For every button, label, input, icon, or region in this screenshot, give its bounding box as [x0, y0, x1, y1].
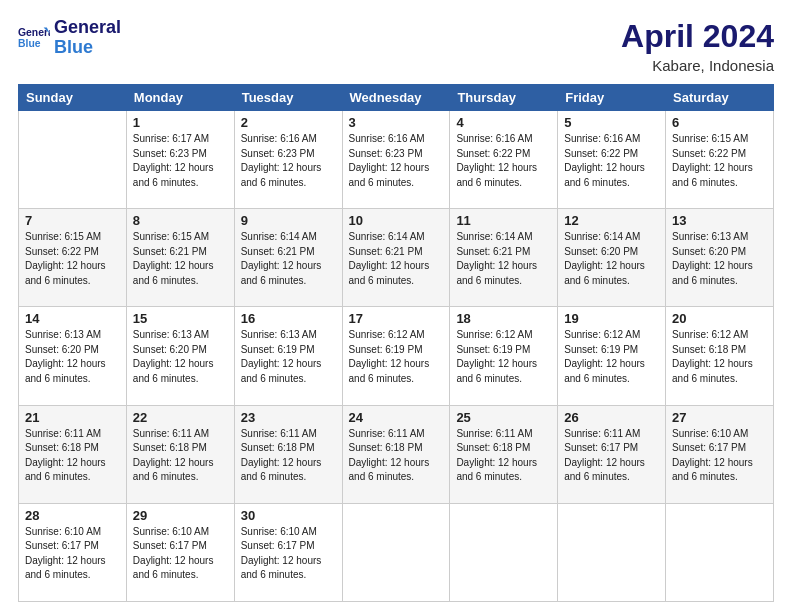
day-info: Sunrise: 6:14 AMSunset: 6:21 PMDaylight:…: [349, 230, 444, 288]
day-info: Sunrise: 6:12 AMSunset: 6:19 PMDaylight:…: [349, 328, 444, 386]
calendar-table: SundayMondayTuesdayWednesdayThursdayFrid…: [18, 84, 774, 602]
day-number: 17: [349, 311, 444, 326]
calendar-cell: 3Sunrise: 6:16 AMSunset: 6:23 PMDaylight…: [342, 111, 450, 209]
col-header-sunday: Sunday: [19, 85, 127, 111]
day-number: 27: [672, 410, 767, 425]
calendar-cell: 1Sunrise: 6:17 AMSunset: 6:23 PMDaylight…: [126, 111, 234, 209]
calendar-cell: 26Sunrise: 6:11 AMSunset: 6:17 PMDayligh…: [558, 405, 666, 503]
calendar-cell: 6Sunrise: 6:15 AMSunset: 6:22 PMDaylight…: [666, 111, 774, 209]
col-header-saturday: Saturday: [666, 85, 774, 111]
calendar-week-row: 28Sunrise: 6:10 AMSunset: 6:17 PMDayligh…: [19, 503, 774, 601]
generalblue-logo-icon: General Blue: [18, 24, 50, 52]
day-number: 2: [241, 115, 336, 130]
calendar-title: April 2024: [621, 18, 774, 55]
day-number: 20: [672, 311, 767, 326]
day-number: 18: [456, 311, 551, 326]
calendar-cell: 21Sunrise: 6:11 AMSunset: 6:18 PMDayligh…: [19, 405, 127, 503]
calendar-cell: 18Sunrise: 6:12 AMSunset: 6:19 PMDayligh…: [450, 307, 558, 405]
calendar-cell: 9Sunrise: 6:14 AMSunset: 6:21 PMDaylight…: [234, 209, 342, 307]
day-number: 29: [133, 508, 228, 523]
calendar-cell: 10Sunrise: 6:14 AMSunset: 6:21 PMDayligh…: [342, 209, 450, 307]
calendar-cell: 25Sunrise: 6:11 AMSunset: 6:18 PMDayligh…: [450, 405, 558, 503]
day-info: Sunrise: 6:11 AMSunset: 6:18 PMDaylight:…: [133, 427, 228, 485]
day-info: Sunrise: 6:11 AMSunset: 6:18 PMDaylight:…: [349, 427, 444, 485]
page: General Blue General Blue April 2024 Kab…: [0, 0, 792, 612]
calendar-cell: [558, 503, 666, 601]
day-info: Sunrise: 6:10 AMSunset: 6:17 PMDaylight:…: [25, 525, 120, 583]
calendar-cell: 8Sunrise: 6:15 AMSunset: 6:21 PMDaylight…: [126, 209, 234, 307]
calendar-cell: 16Sunrise: 6:13 AMSunset: 6:19 PMDayligh…: [234, 307, 342, 405]
day-info: Sunrise: 6:10 AMSunset: 6:17 PMDaylight:…: [241, 525, 336, 583]
day-number: 8: [133, 213, 228, 228]
calendar-cell: 23Sunrise: 6:11 AMSunset: 6:18 PMDayligh…: [234, 405, 342, 503]
day-number: 30: [241, 508, 336, 523]
calendar-cell: 2Sunrise: 6:16 AMSunset: 6:23 PMDaylight…: [234, 111, 342, 209]
calendar-cell: 4Sunrise: 6:16 AMSunset: 6:22 PMDaylight…: [450, 111, 558, 209]
day-info: Sunrise: 6:14 AMSunset: 6:20 PMDaylight:…: [564, 230, 659, 288]
calendar-cell: 11Sunrise: 6:14 AMSunset: 6:21 PMDayligh…: [450, 209, 558, 307]
day-number: 4: [456, 115, 551, 130]
day-number: 6: [672, 115, 767, 130]
day-number: 28: [25, 508, 120, 523]
calendar-cell: 22Sunrise: 6:11 AMSunset: 6:18 PMDayligh…: [126, 405, 234, 503]
day-number: 15: [133, 311, 228, 326]
day-info: Sunrise: 6:11 AMSunset: 6:18 PMDaylight:…: [456, 427, 551, 485]
day-info: Sunrise: 6:13 AMSunset: 6:20 PMDaylight:…: [672, 230, 767, 288]
day-number: 16: [241, 311, 336, 326]
day-info: Sunrise: 6:12 AMSunset: 6:18 PMDaylight:…: [672, 328, 767, 386]
calendar-cell: 20Sunrise: 6:12 AMSunset: 6:18 PMDayligh…: [666, 307, 774, 405]
day-number: 22: [133, 410, 228, 425]
calendar-cell: 27Sunrise: 6:10 AMSunset: 6:17 PMDayligh…: [666, 405, 774, 503]
col-header-wednesday: Wednesday: [342, 85, 450, 111]
calendar-week-row: 1Sunrise: 6:17 AMSunset: 6:23 PMDaylight…: [19, 111, 774, 209]
day-info: Sunrise: 6:11 AMSunset: 6:18 PMDaylight:…: [25, 427, 120, 485]
day-number: 1: [133, 115, 228, 130]
calendar-cell: 24Sunrise: 6:11 AMSunset: 6:18 PMDayligh…: [342, 405, 450, 503]
day-number: 9: [241, 213, 336, 228]
logo: General Blue General Blue: [18, 18, 121, 58]
day-info: Sunrise: 6:14 AMSunset: 6:21 PMDaylight:…: [241, 230, 336, 288]
col-header-friday: Friday: [558, 85, 666, 111]
day-info: Sunrise: 6:16 AMSunset: 6:23 PMDaylight:…: [349, 132, 444, 190]
day-info: Sunrise: 6:13 AMSunset: 6:20 PMDaylight:…: [25, 328, 120, 386]
day-info: Sunrise: 6:16 AMSunset: 6:22 PMDaylight:…: [456, 132, 551, 190]
col-header-thursday: Thursday: [450, 85, 558, 111]
day-number: 10: [349, 213, 444, 228]
calendar-week-row: 7Sunrise: 6:15 AMSunset: 6:22 PMDaylight…: [19, 209, 774, 307]
day-number: 13: [672, 213, 767, 228]
day-info: Sunrise: 6:16 AMSunset: 6:23 PMDaylight:…: [241, 132, 336, 190]
calendar-cell: [342, 503, 450, 601]
day-info: Sunrise: 6:15 AMSunset: 6:22 PMDaylight:…: [25, 230, 120, 288]
calendar-cell: 15Sunrise: 6:13 AMSunset: 6:20 PMDayligh…: [126, 307, 234, 405]
logo-text: General Blue: [54, 18, 121, 58]
calendar-cell: [666, 503, 774, 601]
calendar-week-row: 14Sunrise: 6:13 AMSunset: 6:20 PMDayligh…: [19, 307, 774, 405]
calendar-cell: 30Sunrise: 6:10 AMSunset: 6:17 PMDayligh…: [234, 503, 342, 601]
calendar-header-row: SundayMondayTuesdayWednesdayThursdayFrid…: [19, 85, 774, 111]
calendar-cell: [19, 111, 127, 209]
calendar-location: Kabare, Indonesia: [621, 57, 774, 74]
day-number: 25: [456, 410, 551, 425]
day-info: Sunrise: 6:16 AMSunset: 6:22 PMDaylight:…: [564, 132, 659, 190]
header: General Blue General Blue April 2024 Kab…: [18, 18, 774, 74]
day-number: 23: [241, 410, 336, 425]
calendar-cell: 29Sunrise: 6:10 AMSunset: 6:17 PMDayligh…: [126, 503, 234, 601]
day-number: 14: [25, 311, 120, 326]
day-number: 7: [25, 213, 120, 228]
calendar-cell: 5Sunrise: 6:16 AMSunset: 6:22 PMDaylight…: [558, 111, 666, 209]
day-info: Sunrise: 6:15 AMSunset: 6:21 PMDaylight:…: [133, 230, 228, 288]
day-info: Sunrise: 6:13 AMSunset: 6:20 PMDaylight:…: [133, 328, 228, 386]
calendar-cell: 17Sunrise: 6:12 AMSunset: 6:19 PMDayligh…: [342, 307, 450, 405]
calendar-cell: 7Sunrise: 6:15 AMSunset: 6:22 PMDaylight…: [19, 209, 127, 307]
calendar-week-row: 21Sunrise: 6:11 AMSunset: 6:18 PMDayligh…: [19, 405, 774, 503]
day-number: 26: [564, 410, 659, 425]
day-number: 19: [564, 311, 659, 326]
calendar-cell: 28Sunrise: 6:10 AMSunset: 6:17 PMDayligh…: [19, 503, 127, 601]
day-number: 11: [456, 213, 551, 228]
col-header-tuesday: Tuesday: [234, 85, 342, 111]
day-info: Sunrise: 6:10 AMSunset: 6:17 PMDaylight:…: [672, 427, 767, 485]
day-info: Sunrise: 6:13 AMSunset: 6:19 PMDaylight:…: [241, 328, 336, 386]
day-info: Sunrise: 6:11 AMSunset: 6:18 PMDaylight:…: [241, 427, 336, 485]
title-block: April 2024 Kabare, Indonesia: [621, 18, 774, 74]
day-info: Sunrise: 6:14 AMSunset: 6:21 PMDaylight:…: [456, 230, 551, 288]
